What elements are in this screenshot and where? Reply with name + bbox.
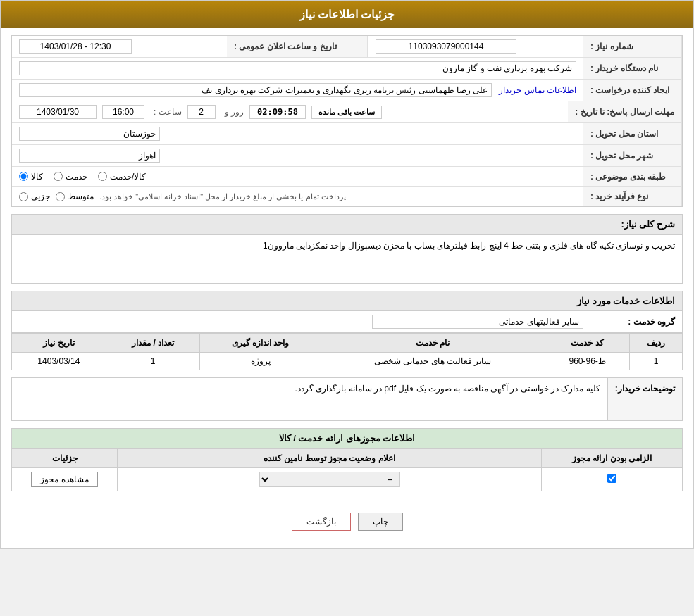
- city-input[interactable]: [19, 149, 160, 163]
- col-code: کد خدمت: [545, 334, 629, 353]
- buyer-row: نام دستگاه خریدار :: [12, 58, 682, 80]
- process-mutawassit[interactable]: متوسط: [56, 191, 94, 201]
- process-juzyi[interactable]: جزیی: [19, 191, 50, 201]
- category-khidmat-label: خدمت: [66, 172, 87, 182]
- buyer-notes-section: توضیحات خریدار: کلیه مدارک در خواستی در …: [11, 377, 683, 421]
- category-kala-radio[interactable]: [19, 172, 28, 181]
- deadline-label: مهلت ارسال پاسخ: تا تاریخ :: [568, 101, 682, 122]
- services-table-header: ردیف کد خدمت نام خدمت واحد اندازه گیری ت…: [12, 334, 683, 353]
- perm-col-required: الزامی بودن ارائه مجوز: [542, 449, 683, 468]
- permissions-table: الزامی بودن ارائه مجوز اعلام وضعیت مجوز …: [11, 448, 683, 491]
- print-button[interactable]: چاپ: [358, 513, 403, 531]
- service-group-row: گروه خدمت :: [11, 311, 683, 333]
- category-row: طبقه بندی موضوعی : کالا/خدمت خدمت کالا: [12, 167, 682, 187]
- footer-buttons: چاپ بازگشت: [11, 502, 683, 541]
- col-name: نام خدمت: [321, 334, 545, 353]
- category-kala-khidmat[interactable]: کالا/خدمت: [98, 172, 146, 182]
- services-title-text: اطلاعات خدمات مورد نیاز: [577, 296, 675, 306]
- time-input[interactable]: [102, 105, 144, 119]
- permissions-title-text: اطلاعات مجوزهای ارائه خدمت / کالا: [279, 433, 416, 444]
- perm-status-select[interactable]: --: [259, 472, 400, 487]
- category-value: کالا/خدمت خدمت کالا: [12, 167, 583, 186]
- services-table: ردیف کد خدمت نام خدمت واحد اندازه گیری ت…: [11, 333, 683, 370]
- cell-qty: 1: [106, 353, 200, 370]
- process-note-item: پرداخت تمام یا بخشی از مبلغ خریدار از مح…: [99, 192, 346, 201]
- need-number-row: شماره نیاز : تاریخ و ساعت اعلان عمومی :: [12, 36, 682, 58]
- page-header: جزئیات اطلاعات نیاز: [1, 1, 693, 28]
- cell-name: سایر فعالیت های خدماتی شخصی: [321, 353, 545, 370]
- province-row: استان محل تحویل :: [12, 123, 682, 145]
- buyer-label: نام دستگاه خریدار :: [583, 58, 682, 79]
- permissions-row: -- مشاهده مجوز: [12, 468, 683, 491]
- process-mutawassit-label: متوسط: [68, 191, 94, 201]
- process-note-text: پرداخت تمام یا بخشی از مبلغ خریدار از مح…: [99, 192, 346, 201]
- category-khidmat[interactable]: خدمت: [54, 172, 87, 182]
- description-box: تخریب و نوسازی تکیه گاه های فلزی و بتنی …: [11, 234, 683, 284]
- creator-label: ایجاد کننده درخواست :: [583, 80, 682, 101]
- services-section: اطلاعات خدمات مورد نیاز گروه خدمت : ردیف…: [11, 291, 683, 370]
- service-group-input[interactable]: [372, 315, 583, 329]
- process-row: نوع فرآیند خرید : پرداخت تمام یا بخشی از…: [12, 187, 682, 206]
- need-number-value: [368, 36, 583, 57]
- category-kala-khidmat-label: کالا/خدمت: [110, 172, 146, 182]
- perm-required-checkbox[interactable]: [607, 474, 616, 483]
- creator-input[interactable]: [19, 83, 492, 97]
- days-input[interactable]: [187, 105, 216, 119]
- permissions-section: اطلاعات مجوزهای ارائه خدمت / کالا الزامی…: [11, 428, 683, 491]
- process-mutawassit-radio[interactable]: [56, 192, 65, 201]
- col-unit: واحد اندازه گیری: [200, 334, 321, 353]
- category-kala-label: کالا: [31, 172, 43, 182]
- perm-col-details: جزئیات: [12, 449, 118, 468]
- creator-row: ایجاد کننده درخواست : اطلاعات تماس خریدا…: [12, 80, 682, 101]
- process-value: پرداخت تمام یا بخشی از مبلغ خریدار از مح…: [12, 187, 583, 206]
- back-button[interactable]: بازگشت: [292, 513, 351, 531]
- page-title: جزئیات اطلاعات نیاز: [299, 8, 395, 20]
- page-wrapper: جزئیات اطلاعات نیاز شماره نیاز : تاریخ و…: [0, 0, 694, 549]
- countdown-row: ساعت باقی مانده 02:09:58 روز و ساعت :: [19, 105, 382, 119]
- cell-unit: پروژه: [200, 353, 321, 370]
- perm-required-cell: [542, 468, 683, 491]
- service-group-label: گروه خدمت :: [590, 317, 675, 327]
- main-content: شماره نیاز : تاریخ و ساعت اعلان عمومی : …: [1, 28, 693, 548]
- perm-col-status: اعلام وضعیت مجوز توسط نامین کننده: [118, 449, 542, 468]
- service-group-value: [372, 315, 583, 329]
- permissions-title: اطلاعات مجوزهای ارائه خدمت / کالا: [11, 428, 683, 448]
- need-number-label: شماره نیاز :: [583, 36, 682, 57]
- announcement-value: [12, 36, 227, 57]
- days-label: روز و: [225, 107, 244, 117]
- services-title: اطلاعات خدمات مورد نیاز: [11, 291, 683, 311]
- description-section: شرح کلی نیاز: تخریب و نوسازی تکیه گاه ها…: [11, 214, 683, 284]
- city-label: شهر محل تحویل :: [583, 145, 682, 166]
- col-row: ردیف: [630, 334, 683, 353]
- perm-status-cell: --: [118, 468, 542, 491]
- description-title-text: شرح کلی نیاز:: [621, 219, 675, 230]
- creator-link[interactable]: اطلاعات تماس خریدار: [499, 85, 576, 95]
- need-number-input[interactable]: [376, 39, 516, 54]
- announcement-label: تاریخ و ساعت اعلان عمومی :: [227, 36, 368, 57]
- category-kala[interactable]: کالا: [19, 172, 43, 182]
- city-value: [12, 145, 583, 166]
- view-permit-button[interactable]: مشاهده مجوز: [31, 472, 97, 487]
- buyer-value: [12, 58, 583, 79]
- time-label: ساعت :: [154, 107, 182, 117]
- province-input[interactable]: [19, 127, 160, 141]
- announcement-input[interactable]: [19, 39, 132, 54]
- category-khidmat-radio[interactable]: [54, 172, 63, 181]
- perm-details-cell: مشاهده مجوز: [12, 468, 118, 491]
- category-kala-khidmat-radio[interactable]: [98, 172, 107, 181]
- process-radio-group: پرداخت تمام یا بخشی از مبلغ خریدار از مح…: [19, 191, 346, 201]
- table-row: 1 ط-96-960 سایر فعالیت های خدماتی شخصی پ…: [12, 353, 683, 370]
- cell-row: 1: [630, 353, 683, 370]
- process-juzyi-radio[interactable]: [19, 192, 28, 201]
- deadline-values: ساعت باقی مانده 02:09:58 روز و ساعت :: [12, 101, 568, 122]
- buyer-input[interactable]: [19, 61, 576, 75]
- creator-value: اطلاعات تماس خریدار: [12, 80, 583, 101]
- description-title: شرح کلی نیاز:: [11, 214, 683, 234]
- date-input[interactable]: [19, 105, 97, 119]
- buyer-notes-label: توضیحات خریدار:: [607, 378, 682, 420]
- col-qty: تعداد / مقدار: [106, 334, 200, 353]
- description-text: تخریب و نوسازی تکیه گاه های فلزی و بتنی …: [263, 241, 675, 251]
- deadline-row: مهلت ارسال پاسخ: تا تاریخ : ساعت باقی ما…: [12, 101, 682, 123]
- countdown-timer: 02:09:58: [249, 105, 306, 119]
- permissions-header-row: الزامی بودن ارائه مجوز اعلام وضعیت مجوز …: [12, 449, 683, 468]
